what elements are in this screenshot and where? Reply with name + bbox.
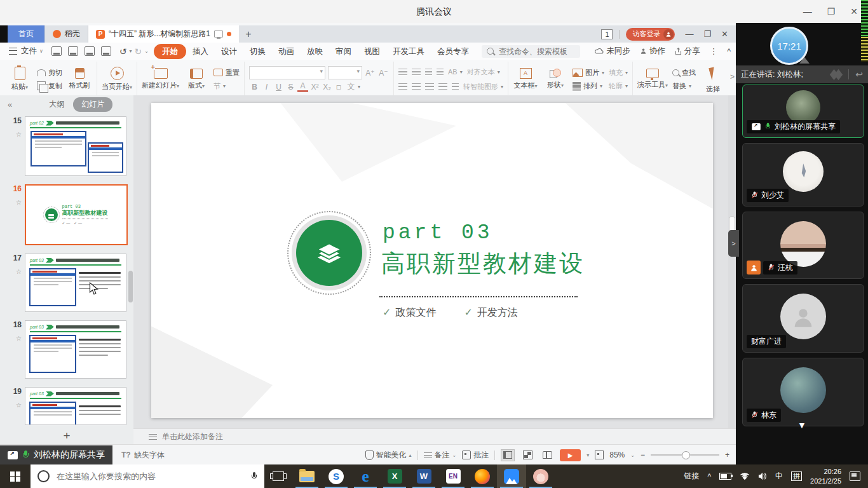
notes-bar[interactable]: 单击此处添加备注: [133, 428, 736, 444]
slide-18-thumbnail[interactable]: part 03: [25, 320, 126, 379]
taskbar-search[interactable]: [31, 464, 264, 488]
menu-file[interactable]: 文件 ∨: [21, 46, 43, 57]
normal-view-button[interactable]: [501, 449, 515, 461]
slide-item-16[interactable]: 16 ☆ part 03 高职新型教材建设 ✓ — ✓ —: [0, 184, 133, 245]
decrease-indent-icon[interactable]: [425, 69, 432, 76]
participant-tile[interactable]: 林东: [742, 358, 864, 426]
line-spacing-icon[interactable]: [452, 83, 459, 90]
ribbon-overflow-icon[interactable]: >: [730, 72, 735, 81]
section-button[interactable]: 节▾: [214, 81, 240, 92]
link-label[interactable]: 链接: [684, 471, 699, 482]
shapes-button[interactable]: 形状▾: [543, 69, 568, 90]
action-center-icon[interactable]: [850, 471, 860, 481]
scroll-down-icon[interactable]: ▼: [797, 420, 806, 430]
underline-button[interactable]: U: [273, 83, 284, 92]
app-sogou[interactable]: S: [322, 464, 351, 488]
menu-start[interactable]: 开始: [154, 44, 186, 59]
participant-tile[interactable]: 财富广进: [742, 284, 864, 353]
minimize-button[interactable]: —: [803, 6, 812, 17]
superscript-button[interactable]: X²: [309, 83, 320, 92]
tab-document[interactable]: P “十四五” 新形...材编制新思路1: [88, 25, 239, 43]
app-pig[interactable]: [526, 464, 555, 488]
cut-button[interactable]: 剪切: [37, 67, 62, 78]
bold-button[interactable]: B: [249, 83, 260, 92]
meeting-timer[interactable]: 17:21: [770, 27, 808, 65]
font-name-select[interactable]: [249, 66, 325, 79]
menu-devtools[interactable]: 开发工具: [386, 45, 431, 58]
tab-outline[interactable]: 大纲: [49, 99, 64, 110]
preview-icon[interactable]: [101, 46, 111, 56]
layout-button[interactable]: 版式▾: [184, 69, 209, 90]
slide-item-19[interactable]: 19 ☆ part 03: [0, 387, 133, 425]
new-tab-button[interactable]: +: [239, 25, 258, 43]
task-view-button[interactable]: [264, 464, 292, 488]
ime-mode[interactable]: 中: [775, 471, 783, 482]
app-tencent-meeting[interactable]: [497, 464, 526, 488]
collaborate-button[interactable]: 协作: [640, 46, 665, 57]
command-search-input[interactable]: [498, 46, 575, 57]
fit-slide-icon[interactable]: [595, 451, 604, 459]
taskbar-clock[interactable]: 20:26 2021/2/25: [810, 467, 841, 485]
text-direction-button[interactable]: AB▾: [448, 67, 463, 78]
paste-button[interactable]: 粘贴▾: [7, 67, 32, 92]
slide-19-thumbnail[interactable]: part 03: [25, 387, 126, 425]
align-center-icon[interactable]: [412, 83, 421, 90]
export-icon[interactable]: [68, 46, 78, 56]
align-left-icon[interactable]: [398, 83, 407, 90]
replace-button[interactable]: 替换▾: [672, 81, 696, 92]
hamburger-icon[interactable]: [9, 48, 17, 55]
share-button[interactable]: 分享: [675, 46, 700, 57]
guest-login-button[interactable]: 访客登录: [626, 28, 675, 41]
wps-restore-button[interactable]: ❐: [703, 29, 711, 39]
slideshow-play-button[interactable]: ▶: [560, 449, 581, 461]
menu-insert[interactable]: 插入: [186, 45, 215, 58]
canvas-scrollbar[interactable]: [728, 95, 735, 429]
present-tools-button[interactable]: 演示工具▾: [637, 69, 668, 90]
font-size-select[interactable]: [328, 66, 362, 79]
align-text-button[interactable]: 对齐文本▾: [467, 67, 500, 78]
slide-15-thumbnail[interactable]: part 02: [25, 116, 126, 176]
wifi-icon[interactable]: [740, 473, 750, 480]
slide-17-thumbnail[interactable]: part 03: [25, 254, 126, 312]
window-count-badge[interactable]: 1: [601, 29, 613, 39]
app-excel[interactable]: X: [380, 464, 409, 488]
app-endnote[interactable]: EN: [438, 464, 468, 488]
menu-transition[interactable]: 切换: [243, 45, 272, 58]
app-firefox[interactable]: [468, 464, 497, 488]
menu-slideshow[interactable]: 放映: [301, 45, 329, 58]
participant-tile[interactable]: 刘少艾: [742, 143, 864, 207]
justify-icon[interactable]: [438, 83, 447, 90]
select-button[interactable]: 选择: [700, 65, 726, 94]
battery-icon[interactable]: [719, 473, 731, 480]
reply-arrow-icon[interactable]: ↩: [855, 69, 863, 79]
app-file-explorer[interactable]: [292, 464, 322, 488]
slide-item-15[interactable]: 15 ☆ part 02: [0, 116, 133, 176]
new-slide-button[interactable]: 新建幻灯片▾: [142, 68, 179, 90]
zoom-in-button[interactable]: +: [725, 451, 729, 459]
menu-animation[interactable]: 动画: [272, 45, 301, 58]
more-menu-icon[interactable]: ⋮: [710, 46, 718, 56]
redo-button[interactable]: ↻: [135, 46, 142, 57]
fold-ribbon-icon[interactable]: ^: [727, 47, 731, 56]
menu-review[interactable]: 审阅: [329, 45, 358, 58]
save-icon[interactable]: [51, 46, 62, 56]
comments-button[interactable]: 批注: [462, 450, 489, 461]
app-word[interactable]: W: [409, 464, 438, 488]
play-options-caret-icon[interactable]: ▾: [587, 452, 589, 458]
increase-font-button[interactable]: A⁺: [365, 69, 376, 78]
ime-pinyin-badge[interactable]: 拼: [791, 471, 802, 481]
italic-button[interactable]: I: [261, 83, 272, 92]
start-button[interactable]: [0, 464, 31, 488]
format-painter-button[interactable]: 格式刷: [67, 68, 92, 90]
pinyin-caret-icon[interactable]: ▾: [358, 84, 360, 90]
slide-item-18[interactable]: 18 ☆ part 03: [0, 320, 133, 379]
arrange-button[interactable]: 排列▾: [573, 81, 604, 92]
app-edge[interactable]: e: [351, 464, 380, 488]
restore-button[interactable]: ❐: [827, 6, 836, 17]
undo-caret-icon[interactable]: ▾: [130, 48, 132, 54]
bullet-list-icon[interactable]: [398, 69, 407, 76]
tab-docer[interactable]: 稻壳: [45, 25, 88, 43]
taskbar-search-input[interactable]: [55, 471, 245, 482]
close-button[interactable]: ✕: [850, 6, 858, 17]
font-color-button[interactable]: A: [297, 81, 308, 92]
